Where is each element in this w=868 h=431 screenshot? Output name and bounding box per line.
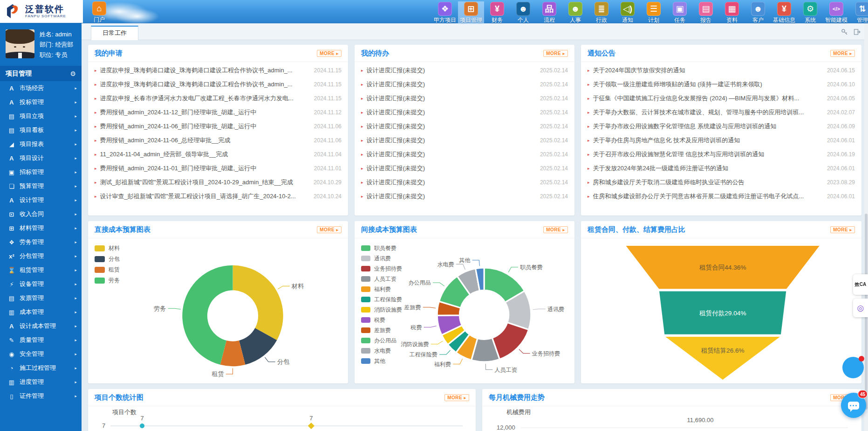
scrollbar-track[interactable] (864, 23, 868, 431)
list-item[interactable]: ▸进度款申报_珠海鹤港口建设_珠海鹤港口建设工程合作协议书_admin_...2… (95, 63, 342, 77)
assistant-tool-button[interactable]: ◎ (853, 299, 868, 317)
list-item[interactable]: ▸设计进度汇报(未提交)2025.02.14 (361, 175, 568, 189)
sidebar-item-收入合同[interactable]: ⊡收入合同▸ (0, 207, 82, 221)
more-button[interactable]: MORE ▸ (543, 226, 568, 233)
legend-item-办公用品[interactable]: 办公用品 (361, 335, 402, 346)
legend-item-劳务[interactable]: 劳务 (95, 275, 120, 286)
tab-daily-work[interactable]: 日常工作 (91, 26, 138, 40)
sidebar-item-招标管理[interactable]: ▣招标管理▸ (0, 165, 82, 179)
sidebar-item-项目立项[interactable]: ▤项目立项▸ (0, 109, 82, 123)
legend-item-材料[interactable]: 材料 (95, 243, 120, 254)
legend-item-税费[interactable]: 税费 (361, 315, 402, 325)
list-item[interactable]: ▸设计进度汇报(未提交)2025.02.14 (361, 105, 568, 119)
nav-item-智能建模[interactable]: </>智能建模 (823, 1, 849, 24)
list-item[interactable]: ▸设计进度汇报(未提交)2025.02.14 (361, 63, 568, 77)
nav-item-人事[interactable]: ☻人事 (562, 1, 588, 24)
nav-item-资料[interactable]: ▦资料 (719, 1, 745, 24)
ca-tool-button[interactable]: 效CA (853, 274, 868, 295)
legend-item-职员餐费[interactable]: 职员餐费 (361, 243, 402, 253)
list-item[interactable]: ▸费用报销_admin_2024-11-06_部门经理审批_胡建,_运行中202… (95, 119, 342, 133)
list-item[interactable]: ▸费用报销_admin_2024-11-01_部门经理审批_胡建,_运行中202… (95, 161, 342, 175)
nav-item-个人[interactable]: ☻个人 (510, 1, 536, 24)
list-item[interactable]: ▸关于举办市政公用设施数字化管理信息 系统建设与应用培训班的通知2024.06.… (588, 119, 855, 133)
more-button[interactable]: MORE ▸ (830, 226, 855, 233)
list-item[interactable]: ▸设计进度汇报(未提交)2025.02.14 (361, 189, 568, 203)
sidebar-item-质量管理[interactable]: ✎质量管理▸ (0, 333, 82, 347)
gear-icon[interactable]: ⚙ (70, 70, 76, 77)
list-item[interactable]: ▸关于召开市政公用设施智慧化管理 信息技术与应用培训班的通知2024.06.19 (588, 147, 855, 161)
nav-item-行政[interactable]: ≣行政 (588, 1, 615, 24)
legend-item-福利费[interactable]: 福利费 (361, 284, 402, 294)
list-item[interactable]: ▸费用报销_admin_2024-11-06_总经理审批__完成2024.11.… (95, 133, 342, 147)
nav-item-客户[interactable]: ☻客户 (745, 1, 771, 24)
legend-item-业务招待费[interactable]: 业务招待费 (361, 264, 402, 274)
nav-item-甲方项目[interactable]: ❖甲方项目 (432, 1, 458, 24)
nav-item-基础信息[interactable]: ¥基础信息 (771, 1, 797, 24)
nav-item-计划[interactable]: ☰计划 (641, 1, 667, 24)
list-item[interactable]: ▸测试_彭祖新城"四馆"景观工程设计项目_2024-10-29_admin_结束… (95, 175, 342, 189)
sidebar-item-施工过程管理[interactable]: ◔施工过程管理▸ (0, 361, 82, 375)
sidebar-item-设计成本管理[interactable]: A设计成本管理▸ (0, 319, 82, 333)
sidebar-item-证件管理[interactable]: ▯证件管理▸ (0, 389, 82, 403)
sidebar-item-成本管理[interactable]: ▥成本管理▸ (0, 305, 82, 319)
list-item[interactable]: ▸关于2024年国庆节放假安排的通知2024.06.15 (588, 63, 855, 77)
list-item[interactable]: ▸设计进度汇报(未提交)2025.02.14 (361, 133, 568, 147)
notification-float-button[interactable] (842, 357, 864, 378)
more-button[interactable]: MORE ▸ (830, 50, 855, 57)
legend-item-差旅费[interactable]: 差旅费 (361, 325, 402, 335)
list-item[interactable]: ▸进度款申报_珠海鹤港口建设_珠海鹤港口建设工程合作协议书_admin_...2… (95, 77, 342, 91)
legend-item-消防设施费[interactable]: 消防设施费 (361, 305, 402, 315)
legend-item-人员工资[interactable]: 人员工资 (361, 274, 402, 284)
list-item[interactable]: ▸关于发放2024年第24批一级建造师注册证书的通知2024.06.01 (588, 161, 855, 175)
list-item[interactable]: ▸进度款申报_长春市伊通河水力发电厂改建工程_长春市伊通河水力发电...2024… (95, 91, 342, 105)
list-item[interactable]: ▸关于举办大数据、云计算技术在城市建设、规划、管理与服务中的应用培训班...20… (588, 105, 855, 119)
legend-item-水电费[interactable]: 水电费 (361, 346, 402, 356)
more-button[interactable]: MORE ▸ (317, 50, 342, 57)
legend-item-通讯费[interactable]: 通讯费 (361, 253, 402, 264)
list-item[interactable]: ▸费用报销_admin_2024-11-12_部门经理审批_胡建,_运行中202… (95, 105, 342, 119)
sidebar-item-发票管理[interactable]: ▤发票管理▸ (0, 291, 82, 305)
sidebar-item-市场经营[interactable]: A市场经营▸ (0, 81, 82, 95)
sidebar-item-项目看板[interactable]: ▤项目看板▸ (0, 123, 82, 137)
list-item[interactable]: ▸房和城乡建设厅关于取消二级建造师临时执业证书的公告2023.08.29 (588, 175, 855, 189)
nav-item-系统[interactable]: ⚙系统 (797, 1, 823, 24)
legend-item-租赁[interactable]: 租赁 (95, 264, 120, 275)
nav-item-流程[interactable]: 品流程 (536, 1, 562, 24)
list-item[interactable]: ▸关于举办住房与房地产信息化 技术及应用培训班的通知2024.06.01 (588, 133, 855, 147)
sidebar-item-租赁管理[interactable]: ⌛租赁管理▸ (0, 263, 82, 277)
sidebar-item-预算管理[interactable]: ❏预算管理▸ (0, 179, 82, 193)
list-item[interactable]: ▸设计进度汇报(未提交)2025.02.14 (361, 161, 568, 175)
sidebar-item-设计管理[interactable]: A设计管理▸ (0, 193, 82, 207)
sidebar-item-材料管理[interactable]: ⊞材料管理▸ (0, 221, 82, 235)
legend-item-分包[interactable]: 分包 (95, 254, 120, 264)
sidebar-item-劳务管理[interactable]: ❖劳务管理▸ (0, 235, 82, 249)
page-export-icon[interactable] (854, 28, 861, 37)
chat-float-button[interactable]: 45 (841, 393, 866, 418)
key-icon[interactable] (841, 28, 848, 37)
list-item[interactable]: ▸住房和城乡建设部办公厅关于同意吉林省开展二级建造师注册证书电子化试点...20… (588, 189, 855, 203)
nav-item-项目管理[interactable]: ⊞项目管理 (458, 1, 484, 24)
more-button[interactable]: MORE ▸ (444, 394, 469, 401)
sidebar-item-项目报表[interactable]: ◢项目报表▸ (0, 137, 82, 151)
sidebar-item-设备管理[interactable]: ⚡设备管理▸ (0, 277, 82, 291)
sidebar-item-投标管理[interactable]: A投标管理▸ (0, 95, 82, 109)
list-item[interactable]: ▸设计进度汇报(未提交)2025.02.14 (361, 147, 568, 161)
list-item[interactable]: ▸设计进度汇报(未提交)2025.02.14 (361, 77, 568, 91)
list-item[interactable]: ▸于征集《中国建筑施工行业信息化发展报告 (2024) —BIM应用与发展》材料… (588, 91, 855, 105)
sidebar-item-项目设计[interactable]: A项目设计▸ (0, 151, 82, 165)
nav-item-报告[interactable]: ▤报告 (693, 1, 719, 24)
nav-item-通知[interactable]: ◁)通知 (615, 1, 641, 24)
nav-item-任务[interactable]: ▣任务 (667, 1, 693, 24)
sidebar-item-进度管理[interactable]: ▥进度管理▸ (0, 375, 82, 389)
list-item[interactable]: ▸11_2024-11-04_admin_经营部_领导审批__完成2024.11… (95, 147, 342, 161)
more-button[interactable]: MORE ▸ (317, 226, 342, 233)
sidebar-item-安全管理[interactable]: ◉安全管理▸ (0, 347, 82, 361)
nav-item-财务[interactable]: ¥财务 (484, 1, 510, 24)
sidebar-item-分包管理[interactable]: x²分包管理▸ (0, 249, 82, 263)
legend-item-其他[interactable]: 其他 (361, 356, 402, 366)
list-item[interactable]: ▸设计进度汇报(未提交)2025.02.14 (361, 119, 568, 133)
list-item[interactable]: ▸设计审查_彭祖新城"四馆"景观工程设计项目_请选择_胡广生_2024-10-2… (95, 189, 342, 203)
nav-item-portal[interactable]: ⌂ 门户 (88, 1, 111, 24)
list-item[interactable]: ▸关于领取一级注册建造师增项贴的通知 (须持一建证书前来领取)2024.06.1… (588, 77, 855, 91)
nav-item-管理[interactable]: ⇅管理 (849, 1, 868, 24)
